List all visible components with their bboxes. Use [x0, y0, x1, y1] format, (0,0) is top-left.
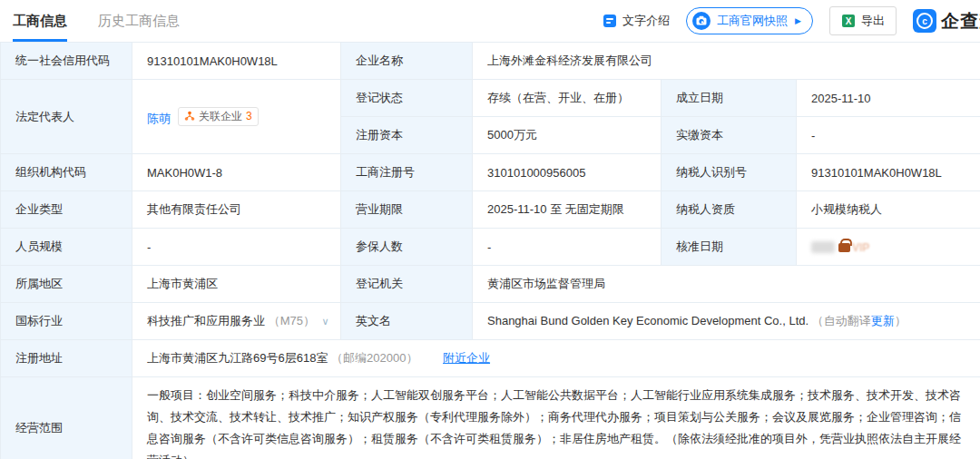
svg-text:X: X — [846, 16, 852, 26]
qcc-logo-text: 企查查 — [941, 9, 980, 34]
tab-bar: 工商信息 历史工商信息 — [13, 0, 180, 42]
value-industry: 科技推广和应用服务业 （M75） ∨ — [132, 303, 341, 340]
value-org-code: MAK0H0W1-8 — [132, 154, 341, 191]
label-credit-code: 统一社会信用代码 — [1, 43, 132, 80]
table-row: 统一社会信用代码 91310101MAK0H0W18L 企业名称 上海外滩金科经… — [1, 43, 980, 80]
table-row: 组织机构代码 MAK0H0W1-8 工商注册号 310101000956005 … — [1, 154, 980, 191]
org-chart-icon — [184, 111, 195, 122]
value-english-name: Shanghai Bund Golden Key Economic Develo… — [473, 303, 980, 340]
label-taxpayer-id: 纳税人识别号 — [662, 154, 797, 191]
business-info-table: 统一社会信用代码 91310101MAK0H0W18L 企业名称 上海外滩金科经… — [0, 42, 980, 459]
label-insured-count: 参保人数 — [341, 229, 473, 266]
label-company-name: 企业名称 — [341, 43, 473, 80]
qcc-logo-icon: c — [913, 9, 936, 33]
header-bar: 工商信息 历史工商信息 文字介绍 工商官网快照 ▶ X 导出 c — [0, 0, 980, 42]
official-snapshot-label: 工商官网快照 — [717, 13, 788, 29]
value-registered-address: 上海市黄浦区九江路69号6层618室 （邮编202000） 附近企业 — [132, 340, 980, 377]
excel-icon: X — [841, 14, 856, 28]
label-business-term: 营业期限 — [341, 191, 473, 229]
table-row: 企业类型 其他有限责任公司 营业期限 2025-11-10 至 无固定期限 纳税… — [1, 191, 980, 229]
value-taxpayer-id: 91310101MAK0H0W18L — [797, 154, 980, 191]
play-arrow-icon: ▶ — [795, 16, 801, 25]
blurred-value — [811, 241, 835, 253]
qcc-logo: c 企查查 — [913, 9, 980, 34]
camera-icon — [691, 11, 711, 31]
value-registration-authority: 黄浦区市场监督管理局 — [473, 266, 980, 303]
table-row: 人员规模 - 参保人数 - 核准日期 VIP — [1, 229, 980, 266]
value-paid-in-capital: - — [797, 117, 980, 154]
value-establish-date: 2025-11-10 — [797, 80, 980, 117]
value-business-term: 2025-11-10 至 无固定期限 — [473, 191, 662, 229]
official-snapshot-button[interactable]: 工商官网快照 ▶ — [686, 7, 813, 34]
industry-name: 科技推广和应用服务业 — [147, 314, 265, 327]
table-row: 经营范围 一般项目：创业空间服务；科技中介服务；人工智能双创服务平台；人工智能公… — [1, 377, 980, 459]
label-english-name: 英文名 — [341, 303, 473, 340]
value-legal-representative: 陈萌关联企业3 — [132, 80, 341, 154]
label-legal-representative: 法定代表人 — [1, 80, 132, 154]
label-registration-authority: 登记机关 — [341, 266, 473, 303]
table-row: 注册地址 上海市黄浦区九江路69号6层618室 （邮编202000） 附近企业 — [1, 340, 980, 377]
label-org-code: 组织机构代码 — [1, 154, 132, 191]
value-credit-code: 91310101MAK0H0W18L — [132, 43, 341, 80]
label-registration-status: 登记状态 — [341, 80, 473, 117]
label-region: 所属地区 — [1, 266, 132, 303]
value-business-scope: 一般项目：创业空间服务；科技中介服务；人工智能双创服务平台；人工智能公共数据平台… — [132, 377, 980, 459]
label-registered-address: 注册地址 — [1, 340, 132, 377]
related-companies-badge[interactable]: 关联企业3 — [178, 107, 259, 126]
text-intro-label: 文字介绍 — [622, 13, 670, 29]
table-row: 所属地区 上海市黄浦区 登记机关 黄浦区市场监督管理局 — [1, 266, 980, 303]
related-companies-count: 3 — [246, 110, 252, 122]
toolbar: 文字介绍 工商官网快照 ▶ X 导出 c 企查查 — [603, 0, 980, 42]
value-registration-number: 310101000956005 — [473, 154, 662, 191]
english-name-text: Shanghai Bund Golden Key Economic Develo… — [487, 314, 808, 327]
translate-note-suffix: ） — [895, 314, 906, 327]
related-companies-label: 关联企业 — [199, 109, 242, 124]
value-approval-date-locked[interactable]: VIP — [797, 229, 980, 266]
value-registration-status: 存续（在营、开业、在册） — [473, 80, 662, 117]
label-approval-date: 核准日期 — [662, 229, 797, 266]
tab-business-info[interactable]: 工商信息 — [13, 0, 67, 42]
label-establish-date: 成立日期 — [662, 80, 797, 117]
text-intro-button[interactable]: 文字介绍 — [603, 13, 670, 29]
label-industry: 国标行业 — [1, 303, 132, 340]
label-taxpayer-qualification: 纳税人资质 — [662, 191, 797, 229]
label-business-scope: 经营范围 — [1, 377, 132, 459]
label-staff-size: 人员规模 — [1, 229, 132, 266]
label-company-type: 企业类型 — [1, 191, 132, 229]
svg-text:c: c — [922, 16, 927, 26]
chevron-down-icon[interactable]: ∨ — [322, 316, 329, 327]
value-taxpayer-qualification: 小规模纳税人 — [797, 191, 980, 229]
export-label: 导出 — [861, 13, 885, 29]
value-insured-count: - — [473, 229, 662, 266]
value-staff-size: - — [132, 229, 341, 266]
tab-history-business-info[interactable]: 历史工商信息 — [98, 0, 180, 42]
table-row: 国标行业 科技推广和应用服务业 （M75） ∨ 英文名 Shanghai Bun… — [1, 303, 980, 340]
value-company-name: 上海外滩金科经济发展有限公司 — [473, 43, 980, 80]
industry-code: （M75） — [269, 314, 315, 327]
export-button[interactable]: X 导出 — [829, 6, 897, 35]
value-company-type: 其他有限责任公司 — [132, 191, 341, 229]
label-registration-number: 工商注册号 — [341, 154, 473, 191]
translate-update-link[interactable]: 更新 — [871, 314, 895, 327]
lock-icon — [838, 243, 850, 252]
table-row: 法定代表人 陈萌关联企业3 登记状态 存续（在营、开业、在册） 成立日期 202… — [1, 80, 980, 117]
translate-note-prefix: （自动翻译 — [812, 314, 871, 327]
legal-representative-link[interactable]: 陈萌 — [147, 111, 171, 124]
label-registered-capital: 注册资本 — [341, 117, 473, 154]
label-paid-in-capital: 实缴资本 — [662, 117, 797, 154]
nearby-companies-link[interactable]: 附近企业 — [443, 351, 490, 365]
address-text: 上海市黄浦区九江路69号6层618室 — [147, 351, 328, 365]
text-intro-icon — [603, 14, 617, 28]
vip-label: VIP — [852, 241, 869, 254]
value-region: 上海市黄浦区 — [132, 266, 341, 303]
postcode-text: （邮编202000） — [331, 351, 417, 365]
value-registered-capital: 5000万元 — [473, 117, 662, 154]
